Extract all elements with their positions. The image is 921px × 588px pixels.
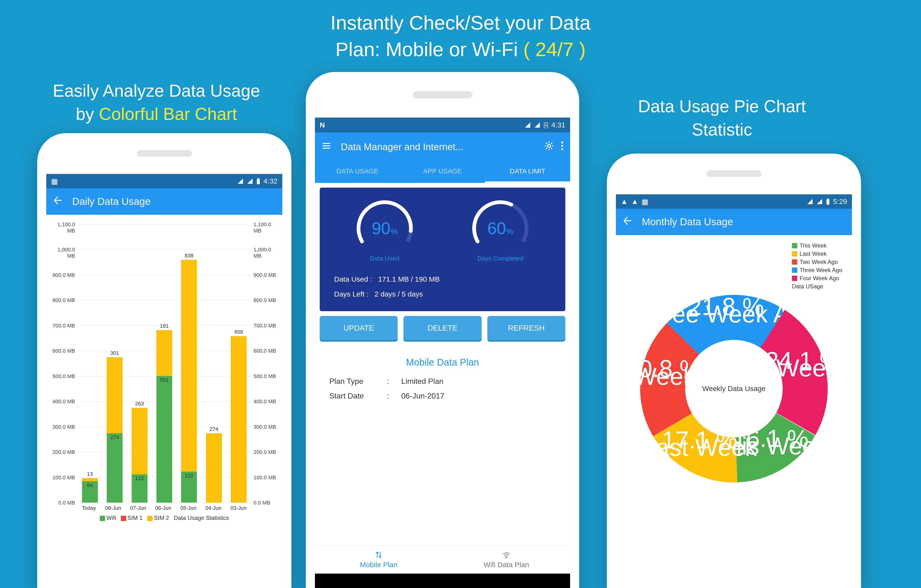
tabs: DATA USAGE APP USAGE DATA LIMIT — [315, 161, 570, 183]
bottom-nav: Mobile Plan Wifi Data Plan — [315, 546, 570, 573]
days-left-row: Days Left : 2 days / 5 days — [327, 287, 558, 301]
appbar: Monthly Data Usage — [616, 209, 852, 235]
nav-mobile-plan[interactable]: Mobile Plan — [315, 546, 443, 573]
overflow-icon[interactable] — [561, 141, 563, 153]
back-icon[interactable] — [53, 195, 63, 207]
statusbar: N 4:31 — [315, 117, 570, 132]
image-icon: ▦ — [51, 177, 58, 186]
signal-icon — [237, 178, 243, 184]
donut-chart: This WeekLast WeekTwo Week AgoThree Week… — [616, 235, 852, 499]
tab-data-usage[interactable]: DATA USAGE — [315, 161, 400, 183]
tab-app-usage[interactable]: APP USAGE — [400, 161, 485, 183]
statusbar: ▦ 4:32 — [46, 174, 282, 188]
battery-charging-icon — [544, 122, 548, 128]
signal-icon — [807, 199, 813, 205]
svg-point-3 — [548, 145, 550, 147]
phone-mid: N 4:31 Data Manager and Internet... DATA… — [306, 72, 579, 588]
donut-center-label: Weekly Data Usage — [631, 384, 837, 393]
hamburger-icon[interactable] — [322, 141, 331, 153]
battery-icon — [256, 178, 260, 184]
svg-rect-13 — [827, 199, 829, 199]
banner-mid: Instantly Check/Set your Data Plan: Mobi… — [281, 10, 640, 63]
signal-icon — [817, 199, 823, 205]
clock: 4:31 — [552, 121, 565, 129]
pie-legend: This WeekLast WeekTwo Week AgoThree Week… — [792, 242, 842, 291]
mobile-data-plan-card: Mobile Data Plan Plan Type:Limited Plan … — [320, 350, 565, 410]
bar-chart: 0.0 MB0.0 MB100.0 MB100.0 MB200.0 MB200.… — [46, 215, 282, 526]
mobile-arrows-icon — [374, 551, 383, 559]
svg-point-6 — [561, 148, 563, 150]
svg-point-5 — [561, 145, 563, 147]
tab-data-limit[interactable]: DATA LIMIT — [485, 161, 570, 183]
nav-wifi-plan[interactable]: Wifi Data Plan — [443, 546, 570, 573]
banner-left: Easily Analyze Data Usage by Colorful Ba… — [53, 79, 260, 126]
refresh-button[interactable]: REFRESH — [487, 316, 565, 340]
svg-rect-1 — [257, 178, 259, 179]
appbar: Data Manager and Internet... — [315, 132, 570, 161]
page-title: Monthly Data Usage — [642, 216, 733, 228]
banner-right: Data Usage Pie Chart Statistic — [638, 95, 806, 141]
android-n-icon: N — [320, 121, 325, 129]
gear-icon[interactable] — [544, 141, 554, 153]
clock: 4:32 — [264, 177, 278, 185]
warning-icon: ▲ — [621, 197, 628, 205]
svg-point-4 — [561, 142, 563, 143]
statusbar: ▲ ▲ ▦ 5:29 — [616, 194, 852, 209]
svg-text:24.1 %Four Week Ago: 24.1 %Four Week Ago — [719, 347, 837, 382]
warning-icon: ▲ — [631, 197, 638, 205]
svg-rect-12 — [827, 199, 829, 205]
appbar: Daily Data Usage — [46, 188, 282, 215]
usage-card: 90% Data Used 60% Days Completed Data Us… — [320, 187, 565, 311]
update-button[interactable]: UPDATE — [320, 316, 398, 340]
signal-icon — [524, 122, 531, 128]
page-title: Data Manager and Internet... — [341, 142, 544, 152]
clock: 5:29 — [833, 197, 847, 205]
phone-left: ▦ 4:32 Daily Data Usage 0.0 MB0.0 MB100.… — [37, 133, 291, 588]
data-used-row: Data Used : 171.1 MB / 190 MB — [327, 272, 558, 287]
signal-icon — [534, 122, 540, 128]
back-icon[interactable] — [623, 216, 632, 228]
svg-rect-0 — [257, 179, 260, 184]
phone-right: ▲ ▲ ▦ 5:29 Monthly Data Usage This WeekL… — [607, 153, 861, 588]
page-title: Daily Data Usage — [72, 196, 151, 207]
gauge-data-used: 90% Data Used — [351, 197, 418, 262]
gauge-days-completed: 60% Days Completed — [467, 197, 534, 262]
android-navbar — [315, 573, 570, 588]
delete-button[interactable]: DELETE — [404, 316, 482, 340]
svg-point-11 — [506, 557, 507, 559]
battery-icon — [826, 199, 830, 205]
wifi-icon — [502, 551, 511, 559]
image-icon: ▦ — [641, 197, 648, 206]
signal-icon — [247, 178, 253, 184]
